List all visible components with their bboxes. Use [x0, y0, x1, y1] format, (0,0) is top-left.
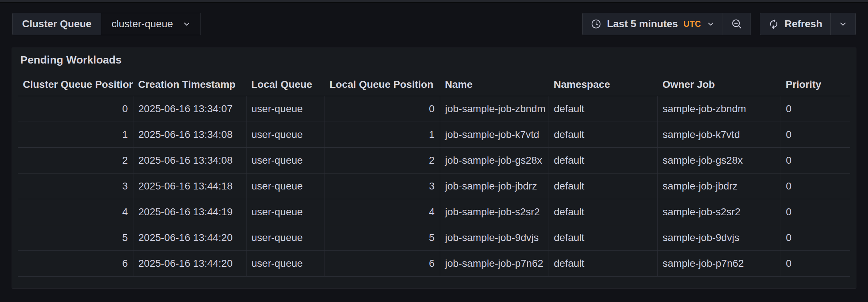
toolbar-right-controls: Last 5 minutes UTC Refresh	[582, 13, 856, 35]
column-header-cluster-queue-position[interactable]: Cluster Queue Position	[18, 73, 133, 96]
refresh-group: Refresh	[760, 13, 856, 35]
chevron-down-icon	[839, 20, 847, 28]
refresh-button[interactable]: Refresh	[760, 13, 830, 35]
table-cell: sample-job-k7vtd	[657, 122, 781, 147]
refresh-label: Refresh	[785, 18, 822, 30]
table-row: 32025-06-16 13:44:18user-queue3job-sampl…	[18, 173, 850, 199]
table-cell: 2	[325, 147, 440, 173]
table-cell: user-queue	[246, 199, 325, 225]
table-cell: user-queue	[246, 147, 325, 173]
column-header-priority[interactable]: Priority	[781, 73, 850, 96]
chevron-down-icon	[707, 20, 715, 28]
table-cell: 0	[781, 225, 850, 250]
table-cell: user-queue	[246, 122, 325, 147]
column-header-local-queue[interactable]: Local Queue	[246, 73, 325, 96]
table-cell: sample-job-jbdrz	[657, 173, 781, 199]
table-cell: user-queue	[246, 96, 325, 122]
table-cell: 2	[18, 147, 133, 173]
top-edge-toolbar	[0, 0, 868, 3]
table-cell: 6	[18, 250, 133, 276]
time-range-button[interactable]: Last 5 minutes UTC	[583, 13, 723, 35]
table-cell: 1	[325, 122, 440, 147]
table-cell: 5	[18, 225, 133, 250]
table-cell: 2025-06-16 13:44:19	[133, 199, 246, 225]
table-cell: 2025-06-16 13:34:08	[133, 122, 246, 147]
table-row: 02025-06-16 13:34:07user-queue0job-sampl…	[18, 96, 850, 122]
table-header-row: Cluster Queue PositionCreation Timestamp…	[18, 73, 850, 96]
table-row: 42025-06-16 13:44:19user-queue4job-sampl…	[18, 199, 850, 225]
column-header-creation-timestamp[interactable]: Creation Timestamp	[133, 73, 246, 96]
table-cell: 2025-06-16 13:44:20	[133, 250, 246, 276]
time-controls-group: Last 5 minutes UTC	[582, 13, 751, 35]
table-cell: default	[549, 173, 657, 199]
table-cell: 4	[18, 199, 133, 225]
table-cell: default	[549, 147, 657, 173]
table-cell: job-sample-job-9dvjs	[440, 225, 549, 250]
table-cell: sample-job-9dvjs	[657, 225, 781, 250]
clock-icon	[591, 19, 602, 29]
table-cell: default	[549, 199, 657, 225]
table-cell: 4	[325, 199, 440, 225]
table-cell: user-queue	[246, 225, 325, 250]
variable-picker: Cluster Queue cluster-queue	[12, 13, 201, 35]
zoom-out-icon	[731, 18, 743, 30]
chevron-down-icon	[182, 20, 191, 28]
table-row: 12025-06-16 13:34:08user-queue1job-sampl…	[18, 122, 850, 147]
zoom-out-button[interactable]	[723, 13, 751, 35]
column-header-local-queue-position[interactable]: Local Queue Position	[325, 73, 440, 96]
table-cell: job-sample-job-zbndm	[440, 96, 549, 122]
variable-value-dropdown[interactable]: cluster-queue	[101, 13, 201, 35]
refresh-icon	[768, 19, 779, 29]
table-cell: default	[549, 250, 657, 276]
table-cell: 0	[781, 122, 850, 147]
table-cell: default	[549, 96, 657, 122]
dashboard-toolbar: Cluster Queue cluster-queue Last 5 minut…	[0, 13, 868, 35]
table-cell: 0	[781, 199, 850, 225]
refresh-interval-button[interactable]	[830, 13, 855, 35]
column-header-name[interactable]: Name	[440, 73, 549, 96]
column-header-namespace[interactable]: Namespace	[549, 73, 657, 96]
table-cell: 0	[781, 173, 850, 199]
table-cell: 2025-06-16 13:34:08	[133, 147, 246, 173]
table-cell: 3	[325, 173, 440, 199]
table-cell: user-queue	[246, 250, 325, 276]
table-cell: sample-job-gs28x	[657, 147, 781, 173]
table-cell: user-queue	[246, 173, 325, 199]
table-cell: 0	[781, 250, 850, 276]
column-header-owner-job[interactable]: Owner Job	[657, 73, 781, 96]
table-cell: job-sample-job-p7n62	[440, 250, 549, 276]
table-row: 52025-06-16 13:44:20user-queue5job-sampl…	[18, 225, 850, 250]
table-cell: default	[549, 225, 657, 250]
table-cell: 1	[18, 122, 133, 147]
table-row: 22025-06-16 13:34:08user-queue2job-sampl…	[18, 147, 850, 173]
table-cell: 2025-06-16 13:44:20	[133, 225, 246, 250]
table-cell: sample-job-zbndm	[657, 96, 781, 122]
table-cell: job-sample-job-gs28x	[440, 147, 549, 173]
table-cell: 0	[781, 96, 850, 122]
table-cell: 0	[325, 96, 440, 122]
pending-workloads-table: Cluster Queue PositionCreation Timestamp…	[18, 73, 850, 277]
panel-pending-workloads: Pending Workloads Cluster Queue Position…	[12, 48, 856, 289]
table-cell: default	[549, 122, 657, 147]
time-range-label: Last 5 minutes	[607, 18, 678, 30]
variable-label: Cluster Queue	[13, 13, 101, 35]
table-cell: job-sample-job-k7vtd	[440, 122, 549, 147]
table-cell: job-sample-job-s2sr2	[440, 199, 549, 225]
table-cell: 3	[18, 173, 133, 199]
table-cell: 0	[18, 96, 133, 122]
table-row: 62025-06-16 13:44:20user-queue6job-sampl…	[18, 250, 850, 276]
table-cell: 2025-06-16 13:44:18	[133, 173, 246, 199]
table-cell: 5	[325, 225, 440, 250]
table-cell: job-sample-job-jbdrz	[440, 173, 549, 199]
table-cell: sample-job-s2sr2	[657, 199, 781, 225]
table-cell: 0	[781, 147, 850, 173]
table-cell: 2025-06-16 13:34:07	[133, 96, 246, 122]
variable-value: cluster-queue	[111, 18, 173, 30]
timezone-label: UTC	[683, 19, 701, 29]
table-cell: 6	[325, 250, 440, 276]
panel-title[interactable]: Pending Workloads	[18, 52, 850, 68]
table-cell: sample-job-p7n62	[657, 250, 781, 276]
